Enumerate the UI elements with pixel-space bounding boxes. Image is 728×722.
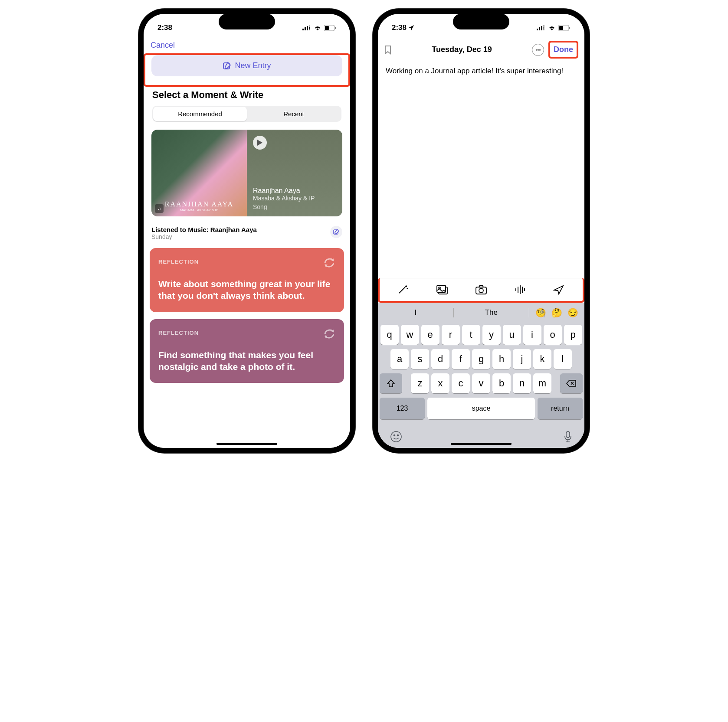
svg-rect-17 [569, 27, 570, 29]
refresh-button[interactable] [322, 327, 336, 341]
screen-right: 2:38 ! Tuesday, Dec 19 ••• Done Working … [378, 14, 584, 448]
key-t[interactable]: t [462, 325, 480, 345]
key-f[interactable]: f [452, 349, 470, 369]
key-i[interactable]: i [523, 325, 541, 345]
new-entry-label: New Entry [235, 61, 271, 70]
key-x[interactable]: x [431, 373, 449, 393]
camera-icon[interactable] [475, 284, 487, 295]
key-r[interactable]: r [442, 325, 460, 345]
space-key[interactable]: space [427, 398, 535, 419]
key-l[interactable]: l [554, 349, 572, 369]
battery-icon [324, 25, 336, 31]
edit-moment-button[interactable] [330, 226, 342, 238]
status-time: 2:38 [392, 23, 407, 32]
moment-meta-day: Sunday [151, 233, 257, 240]
svg-rect-12 [541, 26, 542, 30]
svg-rect-7 [335, 27, 336, 29]
location-icon[interactable] [553, 284, 565, 295]
key-p[interactable]: p [564, 325, 582, 345]
bookmark-icon[interactable] [384, 45, 392, 55]
key-j[interactable]: j [513, 349, 531, 369]
key-s[interactable]: s [411, 349, 429, 369]
battery-icon [558, 25, 571, 31]
key-row-2: asdfghjkl [380, 349, 583, 369]
key-d[interactable]: d [431, 349, 449, 369]
key-u[interactable]: u [503, 325, 521, 345]
emoji-suggestions: 🧐 🤔 😏 [529, 307, 584, 318]
shift-key[interactable] [380, 373, 402, 393]
compose-icon [223, 62, 231, 70]
reflection-card-2[interactable]: REFLECTION Find something that makes you… [150, 319, 344, 383]
album-title: RAANJHAN AAYA [156, 200, 243, 208]
keyboard: qwertyuiop asdfghjkl zxcvbnm 123 space r… [378, 322, 584, 448]
suggestion-2[interactable]: The [454, 303, 529, 322]
svg-text:!: ! [309, 26, 310, 30]
emoji-suggestion[interactable]: 🧐 [535, 307, 546, 318]
album-art: ♫ RAANJHAN AAYA MASABA · AKSHAY & IP [151, 130, 247, 216]
home-indicator[interactable] [451, 443, 512, 445]
new-entry-button[interactable]: New Entry [151, 55, 342, 76]
moment-media: ♫ RAANJHAN AAYA MASABA · AKSHAY & IP Raa… [151, 130, 342, 216]
song-artist: Masaba & Akshay & IP [253, 195, 336, 202]
done-button[interactable]: Done [548, 41, 578, 59]
key-n[interactable]: n [513, 373, 531, 393]
reflection-card-1[interactable]: REFLECTION Write about something great i… [150, 248, 344, 312]
moment-card[interactable]: ♫ RAANJHAN AAYA MASABA · AKSHAY & IP Raa… [151, 130, 342, 216]
notch [219, 14, 275, 29]
svg-text:!: ! [543, 26, 544, 30]
emoji-suggestion[interactable]: 🤔 [551, 307, 562, 318]
svg-rect-6 [325, 26, 329, 30]
emoji-key-icon[interactable] [390, 431, 402, 443]
key-e[interactable]: e [421, 325, 439, 345]
key-c[interactable]: c [452, 373, 470, 393]
gallery-icon[interactable] [436, 284, 448, 295]
svg-rect-2 [307, 26, 308, 30]
magic-wand-icon[interactable] [397, 284, 410, 295]
reflection-label: REFLECTION [158, 258, 335, 265]
svg-rect-1 [305, 27, 306, 30]
ellipsis-icon: ••• [535, 46, 541, 53]
svg-point-30 [391, 431, 401, 442]
entry-header: Tuesday, Dec 19 ••• Done [378, 36, 584, 63]
album-subtitle: MASABA · AKSHAY & IP [156, 208, 243, 212]
backspace-key[interactable] [560, 373, 583, 393]
segmented-control: Recommended Recent [152, 106, 341, 122]
key-y[interactable]: y [482, 325, 501, 345]
key-k[interactable]: k [533, 349, 551, 369]
moment-info: Raanjhan Aaya Masaba & Akshay & IP Song [247, 130, 342, 216]
entry-textarea[interactable]: Working on a Journal app article! It's s… [378, 63, 584, 278]
key-w[interactable]: w [401, 325, 419, 345]
phone-left: 2:38 ! Cancel New Entry Select a Moment … [138, 9, 355, 453]
reflection-label: REFLECTION [158, 330, 335, 336]
song-type: Song [253, 203, 336, 210]
refresh-icon [322, 327, 336, 341]
suggestion-1[interactable]: I [378, 303, 453, 322]
tab-recommended[interactable]: Recommended [153, 107, 247, 121]
audio-waveform-icon[interactable] [514, 284, 526, 295]
key-h[interactable]: h [492, 349, 511, 369]
notch [453, 14, 509, 29]
refresh-button[interactable] [322, 256, 336, 270]
key-m[interactable]: m [533, 373, 551, 393]
emoji-suggestion[interactable]: 😏 [567, 307, 578, 318]
key-g[interactable]: g [472, 349, 490, 369]
svg-rect-11 [539, 27, 540, 30]
key-a[interactable]: a [390, 349, 409, 369]
key-v[interactable]: v [472, 373, 490, 393]
key-q[interactable]: q [380, 325, 399, 345]
cancel-button[interactable]: Cancel [151, 41, 175, 49]
keyboard-suggestions: I The 🧐 🤔 😏 [378, 303, 584, 322]
status-time: 2:38 [157, 23, 172, 32]
key-z[interactable]: z [411, 373, 429, 393]
shift-icon [387, 379, 395, 388]
key-b[interactable]: b [492, 373, 511, 393]
return-key[interactable]: return [538, 398, 583, 419]
play-button[interactable] [253, 136, 267, 150]
play-icon [257, 140, 262, 146]
mic-key-icon[interactable] [564, 431, 572, 443]
key-o[interactable]: o [544, 325, 562, 345]
home-indicator[interactable] [216, 443, 277, 445]
tab-recent[interactable]: Recent [247, 107, 341, 121]
more-button[interactable]: ••• [532, 44, 544, 56]
numbers-key[interactable]: 123 [380, 398, 425, 419]
